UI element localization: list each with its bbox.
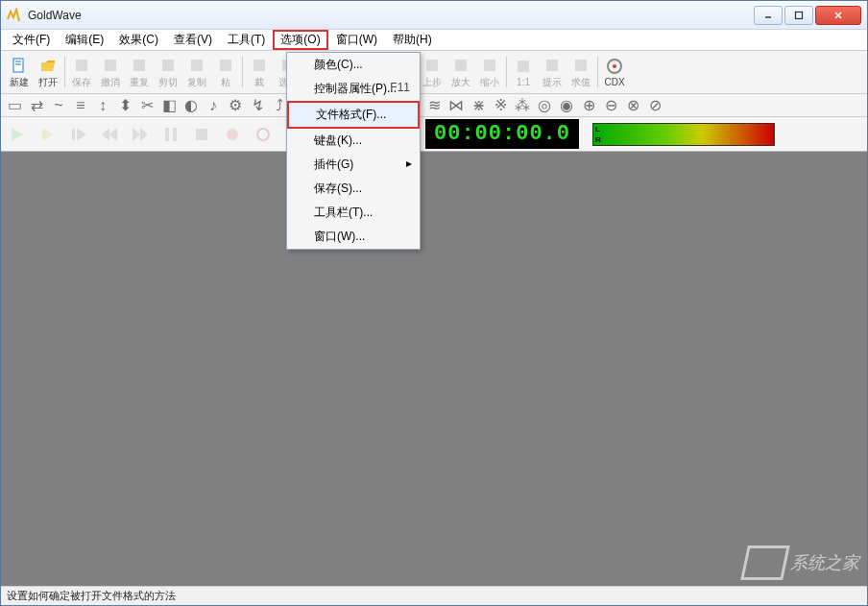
svg-marker-28: [12, 128, 23, 141]
svg-rect-13: [253, 60, 265, 71]
toolbar-cut-button[interactable]: 剪切: [154, 53, 182, 91]
toolbar-cdx-button[interactable]: CDX: [600, 53, 629, 91]
window-buttons: [754, 6, 861, 25]
toolbar-undo-button[interactable]: 撤消: [96, 53, 125, 91]
toolbar-zoomin-button[interactable]: 放大: [446, 53, 475, 91]
effect-button-9[interactable]: ♪: [204, 97, 223, 114]
toolbar-zoomout-button[interactable]: 缩小: [475, 53, 504, 91]
toolbar-new-button[interactable]: 新建: [5, 53, 34, 91]
svg-rect-4: [13, 59, 23, 72]
effect-button-0[interactable]: ▭: [5, 97, 24, 114]
menu-effect[interactable]: 效果(C): [111, 30, 166, 50]
statusbar: 设置如何确定被打开文件格式的方法: [1, 586, 867, 605]
svg-rect-30: [72, 129, 75, 140]
svg-point-26: [613, 64, 616, 68]
svg-marker-34: [133, 128, 140, 141]
watermark: 系统之家: [744, 545, 859, 580]
effect-button-5[interactable]: ⬍: [115, 97, 134, 114]
effect-button-10[interactable]: ⚙: [226, 97, 245, 114]
svg-rect-10: [162, 60, 174, 71]
effect-button-4[interactable]: ↕: [93, 97, 112, 114]
meter-left-label: L: [595, 125, 600, 133]
effect-button-19[interactable]: ≋: [424, 97, 444, 114]
svg-rect-20: [455, 60, 467, 71]
options-dropdown: 颜色(C)... 控制器属性(P)...F11 文件格式(F)... 键盘(K)…: [286, 52, 421, 250]
close-button[interactable]: [815, 6, 861, 25]
svg-point-39: [227, 129, 238, 140]
dropdown-color[interactable]: 颜色(C)...: [287, 53, 420, 77]
toolbar-paste-button[interactable]: 粘: [211, 53, 240, 91]
toolbar-prev-button[interactable]: 上步: [418, 53, 446, 91]
menu-help[interactable]: 帮助(H): [385, 30, 440, 50]
menu-view[interactable]: 查看(V): [166, 30, 220, 50]
watermark-icon: [740, 545, 790, 580]
effect-button-2[interactable]: ~: [49, 97, 68, 114]
effect-button-25[interactable]: ◉: [557, 97, 576, 114]
play-yellow-button[interactable]: [36, 122, 60, 147]
effect-button-22[interactable]: ※: [491, 97, 510, 114]
svg-rect-37: [173, 128, 177, 141]
step-play-button[interactable]: [66, 122, 91, 147]
menu-window[interactable]: 窗口(W): [328, 30, 385, 50]
forward-button[interactable]: [128, 122, 153, 147]
dropdown-file-format[interactable]: 文件格式(F)...: [287, 101, 420, 129]
effect-button-20[interactable]: ⋈: [446, 97, 466, 114]
svg-rect-8: [105, 60, 116, 71]
toolbar-open-button[interactable]: 打开: [34, 53, 62, 91]
toolbar-spec-button[interactable]: 求值: [567, 53, 595, 91]
toolbar-copy-button[interactable]: 复制: [182, 53, 211, 91]
menu-edit[interactable]: 编辑(E): [58, 30, 111, 50]
dropdown-window[interactable]: 窗口(W)...: [287, 225, 420, 249]
dropdown-toolbar[interactable]: 工具栏(T)...: [287, 201, 420, 225]
dropdown-keyboard[interactable]: 键盘(K)...: [287, 129, 420, 153]
toolbar-ratio-button[interactable]: 1:1: [509, 53, 538, 91]
svg-rect-12: [220, 60, 231, 71]
toolbar-crop-button[interactable]: 裁: [245, 53, 274, 91]
record-button[interactable]: [220, 122, 245, 147]
svg-rect-9: [133, 60, 145, 71]
pause-button[interactable]: [158, 122, 183, 147]
dropdown-plugin[interactable]: 插件(G)▸: [287, 153, 420, 177]
dropdown-save[interactable]: 保存(S)...: [287, 177, 420, 201]
menubar: 文件(F) 编辑(E) 效果(C) 查看(V) 工具(T) 选项(O) 窗口(W…: [1, 30, 867, 51]
watermark-text: 系统之家: [790, 551, 859, 574]
toolbar-hint-button[interactable]: 提示: [538, 53, 567, 91]
maximize-button[interactable]: [784, 6, 813, 25]
app-icon: [7, 8, 22, 23]
effect-button-3[interactable]: ≡: [71, 97, 90, 114]
effect-button-1[interactable]: ⇄: [27, 97, 46, 114]
svg-rect-36: [165, 128, 169, 141]
effect-button-24[interactable]: ◎: [535, 97, 554, 114]
effect-button-28[interactable]: ⊗: [623, 97, 642, 114]
effect-button-23[interactable]: ⁂: [513, 97, 532, 114]
svg-marker-32: [102, 128, 109, 141]
window-title: GoldWave: [28, 9, 754, 22]
transport-toolbar: ✓ 00:00:00.0 L R: [1, 117, 867, 152]
menu-tool[interactable]: 工具(T): [220, 30, 273, 50]
workspace: 系统之家: [1, 152, 867, 586]
menu-file[interactable]: 文件(F): [5, 30, 58, 50]
svg-rect-23: [546, 60, 558, 71]
effect-button-11[interactable]: ↯: [248, 97, 267, 114]
effect-button-26[interactable]: ⊕: [579, 97, 598, 114]
record-alt-button[interactable]: [251, 122, 276, 147]
effect-button-8[interactable]: ◐: [181, 97, 201, 114]
effect-button-7[interactable]: ◧: [159, 97, 179, 114]
svg-rect-24: [575, 60, 587, 71]
dropdown-controller-properties[interactable]: 控制器属性(P)...F11: [287, 77, 420, 101]
effect-button-29[interactable]: ⊘: [645, 97, 664, 114]
toolbar-redo-button[interactable]: 重复: [125, 53, 154, 91]
level-meter: L R: [592, 123, 775, 146]
effect-button-27[interactable]: ⊖: [601, 97, 620, 114]
stop-button[interactable]: [189, 122, 214, 147]
effect-button-6[interactable]: ✂: [137, 97, 157, 114]
menu-option[interactable]: 选项(O): [273, 30, 327, 50]
effects-toolbar: /* filled below */ ▭⇄~≡↕⬍✂◧◐♪⚙↯⤴⤵▷◁⊞⊟∿≋⋈…: [1, 94, 867, 117]
rewind-button[interactable]: [97, 122, 122, 147]
toolbar-save-button[interactable]: 保存: [67, 53, 96, 91]
svg-marker-35: [140, 128, 148, 141]
svg-marker-33: [109, 128, 117, 141]
minimize-button[interactable]: [754, 6, 783, 25]
play-green-button[interactable]: [5, 122, 30, 147]
effect-button-21[interactable]: ⋇: [469, 97, 488, 114]
